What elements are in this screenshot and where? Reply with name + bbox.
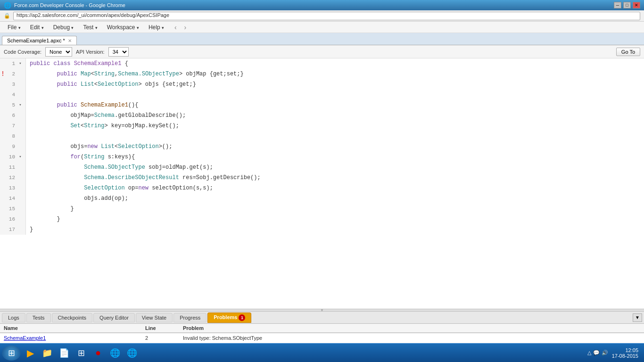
code-token xyxy=(70,60,74,67)
code-token: List xyxy=(101,143,115,150)
tab-query-editor[interactable]: Query Editor xyxy=(93,313,135,322)
code-content[interactable]: public Map<String,Schema.SObjectType> ob… xyxy=(26,69,644,79)
title-bar-title: Force.com Developer Console - Google Chr… xyxy=(14,2,125,8)
tab-close-button[interactable]: ✕ xyxy=(68,38,72,43)
problems-content: Name Line Problem SchemaExample12Invalid… xyxy=(0,324,644,343)
code-token: } xyxy=(30,226,33,233)
lock-icon: 🔒 xyxy=(4,13,10,19)
code-content[interactable]: objs=new List<SelectOption>(); xyxy=(26,141,644,152)
editor-tab[interactable]: SchemaExample1.apxc * ✕ xyxy=(2,36,77,45)
system-tray: △ 💬 🔊 xyxy=(587,350,608,356)
chrome-icon-1: 🌐 xyxy=(110,348,120,358)
go-to-button[interactable]: Go To xyxy=(616,48,640,56)
code-token: String xyxy=(84,123,104,129)
taskbar-opera[interactable]: ● xyxy=(91,346,106,361)
problems-rows: SchemaExample12Invalid type: Schema.SObj… xyxy=(0,333,644,343)
pdf-icon: 📄 xyxy=(59,348,69,358)
line-number: 4 xyxy=(6,90,17,100)
line-number: 15 xyxy=(6,204,17,214)
table-row: 11 Schema.SObjectType sobj=oldMap.get(s)… xyxy=(0,162,644,173)
code-token: selectOption(s,s); xyxy=(149,185,213,191)
taskbar-explorer[interactable]: 📁 xyxy=(40,346,55,361)
col-line: Line xyxy=(141,324,179,333)
apps-icon: ⊞ xyxy=(78,348,85,358)
tab-progress[interactable]: Progress xyxy=(173,313,206,322)
tab-problems[interactable]: Problems1 xyxy=(207,313,251,323)
address-input[interactable]: https://ap2.salesforce.com/_ui/common/ap… xyxy=(13,12,640,20)
nav-forward-button[interactable]: › xyxy=(182,24,190,31)
problems-table: Name Line Problem SchemaExample12Invalid… xyxy=(0,324,644,343)
table-row: 15 } xyxy=(0,204,644,214)
code-content[interactable]: public List<SelectOption> objs {set;get;… xyxy=(26,79,644,90)
tab-view-state[interactable]: View State xyxy=(136,313,173,322)
line-number: 5 xyxy=(6,100,17,110)
minimize-button[interactable]: ─ xyxy=(614,2,621,8)
table-row: 6 objMap=Schema.getGlobalDescribe(); xyxy=(0,110,644,121)
fold-button[interactable]: ▾ xyxy=(17,58,24,69)
menu-test[interactable]: Test ▾ xyxy=(79,23,101,32)
menu-debug[interactable]: Debug ▾ xyxy=(50,23,78,32)
code-content[interactable]: Schema.DescribeSObjectResult res=Sobj.ge… xyxy=(26,173,644,183)
problem-cell-name[interactable]: SchemaExample1 xyxy=(0,333,141,343)
tab-checkpoints[interactable]: Checkpoints xyxy=(52,313,93,322)
code-content[interactable]: objMap=Schema.getGlobalDescribe(); xyxy=(26,110,644,121)
code-content[interactable]: SelectOption op=new selectOption(s,s); xyxy=(26,183,644,193)
code-content[interactable]: } xyxy=(26,214,644,224)
api-version-select[interactable]: 34 xyxy=(108,47,129,57)
code-editor[interactable]: 1▾public class SchemaExample1 {!2 public… xyxy=(0,58,644,309)
collapse-button[interactable]: ▼ xyxy=(633,313,642,322)
code-token: new xyxy=(138,185,149,191)
taskbar-media[interactable]: ▶ xyxy=(23,346,38,361)
problem-cell-line: 2 xyxy=(141,333,179,343)
code-token: public xyxy=(57,102,77,108)
code-content[interactable]: } xyxy=(26,204,644,214)
taskbar-apps[interactable]: ⊞ xyxy=(74,346,89,361)
menu-help[interactable]: Help ▾ xyxy=(145,23,168,32)
fold-button[interactable]: ▾ xyxy=(17,100,24,110)
code-content[interactable]: for(String s:keys){ xyxy=(26,152,644,162)
code-token: SchemaExample1 xyxy=(81,102,128,108)
coverage-select[interactable]: None xyxy=(45,47,72,57)
code-token: SelectOption xyxy=(98,81,138,88)
taskbar-chrome2[interactable]: 🌐 xyxy=(124,346,140,361)
code-content[interactable]: } xyxy=(26,224,644,235)
code-content[interactable] xyxy=(26,131,644,141)
table-row: 4 xyxy=(0,90,644,100)
code-token xyxy=(30,123,70,129)
col-problem: Problem xyxy=(179,324,644,333)
code-token xyxy=(30,71,57,77)
code-token xyxy=(77,102,81,108)
menu-edit[interactable]: Edit ▾ xyxy=(26,23,48,32)
code-token: objs.add(op); xyxy=(30,195,128,202)
code-content[interactable]: public SchemaExample1(){ xyxy=(26,100,644,110)
code-content[interactable]: Set<String> key=objMap.keySet(); xyxy=(26,121,644,131)
code-token xyxy=(30,81,57,88)
code-content[interactable] xyxy=(26,90,644,100)
problems-badge: 1 xyxy=(239,314,245,321)
tab-logs[interactable]: Logs xyxy=(2,313,25,322)
start-button[interactable]: ⊞ xyxy=(2,346,21,361)
menu-workspace[interactable]: Workspace ▾ xyxy=(103,23,143,32)
code-content[interactable]: Schema.SObjectType sobj=oldMap.get(s); xyxy=(26,162,644,173)
code-content[interactable]: objs.add(op); xyxy=(26,193,644,204)
fold-button[interactable]: ▾ xyxy=(17,152,24,162)
line-number: 11 xyxy=(6,162,17,173)
close-button[interactable]: ✕ xyxy=(633,2,640,8)
code-content[interactable]: public class SchemaExample1 { xyxy=(26,58,644,69)
taskbar-pdf[interactable]: 📄 xyxy=(57,346,72,361)
bottom-panel: Logs Tests Checkpoints Query Editor View… xyxy=(0,312,644,343)
maximize-button[interactable]: □ xyxy=(623,2,631,8)
table-row: 3 public List<SelectOption> objs {set;ge… xyxy=(0,79,644,90)
table-row: 17} xyxy=(0,224,644,235)
menu-file[interactable]: File ▾ xyxy=(4,23,25,32)
taskbar-chrome1[interactable]: 🌐 xyxy=(107,346,123,361)
chrome-icon-2: 🌐 xyxy=(127,348,137,358)
line-number: 10 xyxy=(6,152,17,162)
code-token: .getGlobalDescribe(); xyxy=(115,112,186,119)
table-row: 9 objs=new List<SelectOption>(); xyxy=(0,141,644,152)
code-token: } xyxy=(30,216,60,222)
table-row: 5▾ public SchemaExample1(){ xyxy=(0,100,644,110)
code-token xyxy=(30,164,84,171)
nav-back-button[interactable]: ‹ xyxy=(172,24,180,31)
tab-tests[interactable]: Tests xyxy=(26,313,51,322)
